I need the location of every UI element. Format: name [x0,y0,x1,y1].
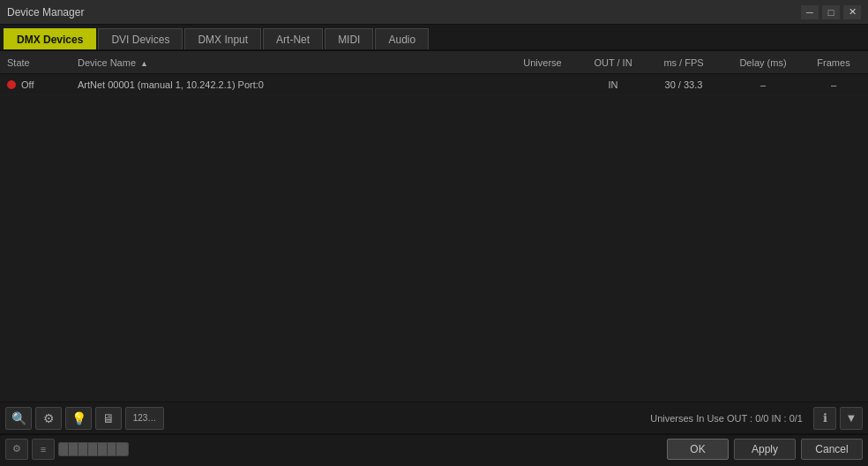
progress-bar [58,442,129,456]
device-table-area: State Device Name ▲ Universe OUT / IN ms… [0,51,868,402]
progress-segment-5 [98,443,108,455]
close-button[interactable]: ✕ [843,5,861,19]
monitor-button[interactable]: 🖥 [95,407,122,430]
progress-segment-2 [69,443,79,455]
th-state: State [4,57,74,68]
th-frames: Frames [803,57,864,68]
status-icon-1[interactable]: ⚙ [5,439,28,460]
progress-segment-3 [79,443,88,455]
tab-dmx-input[interactable]: DMX Input [184,28,261,49]
tab-dvi-devices[interactable]: DVI Devices [98,28,183,49]
light-button[interactable]: 💡 [65,407,92,430]
ok-button[interactable]: OK [667,439,729,460]
sort-arrow-icon: ▲ [140,59,148,68]
tab-audio[interactable]: Audio [375,28,429,49]
numbers-icon: 123… [133,413,157,423]
progress-segment-4 [88,443,98,455]
th-device-name: Device Name ▲ [74,57,503,68]
filter-button[interactable]: ▼ [840,407,863,430]
status-icon-2[interactable]: ≡ [32,439,55,460]
td-frames: – [803,79,864,90]
td-outin: IN [582,79,644,90]
tab-bar: DMX Devices DVI Devices DMX Input Art-Ne… [0,25,868,51]
info-icon: ℹ [823,411,827,425]
table-header: State Device Name ▲ Universe OUT / IN ms… [0,51,868,74]
status-icons: ⚙ ≡ [5,439,129,460]
status-icon-1-symbol: ⚙ [12,443,21,455]
th-outin: OUT / IN [582,57,644,68]
status-bar: ⚙ ≡ OK Apply Cancel [0,434,868,462]
tab-art-net[interactable]: Art-Net [263,28,323,49]
tab-midi[interactable]: MIDI [325,28,373,49]
table-row[interactable]: Off ArtNet 00001 (manual 1, 10.242.2.1) … [0,74,868,95]
td-fps: 30 / 33.3 [644,79,723,90]
search-icon: 🔍 [11,411,26,425]
cancel-button[interactable]: Cancel [801,439,863,460]
maximize-button[interactable]: □ [822,5,840,19]
minimize-button[interactable]: ─ [801,5,819,19]
title-bar-controls: ─ □ ✕ [801,5,861,19]
monitor-icon: 🖥 [102,411,115,425]
status-icon-2-symbol: ≡ [41,444,46,455]
title-bar-title: Device Manager [7,6,84,19]
th-universe: Universe [503,57,582,68]
title-bar: Device Manager ─ □ ✕ [0,0,868,25]
td-device-name: ArtNet 00001 (manual 1, 10.242.2.1) Port… [74,79,503,90]
progress-segment-1 [59,443,69,455]
td-state: Off [4,79,74,90]
status-indicator-red [7,80,16,89]
universes-info: Universes In Use OUT : 0/0 IN : 0/1 [650,413,810,424]
dialog-buttons: OK Apply Cancel [667,439,863,460]
td-delay: – [723,79,803,90]
light-icon: 💡 [71,411,86,425]
apply-button[interactable]: Apply [734,439,796,460]
numbers-button[interactable]: 123… [125,407,164,430]
th-delay: Delay (ms) [723,57,803,68]
bottom-toolbar: 🔍 ⚙ 💡 🖥 123… Universes In Use OUT : 0/0 … [0,402,868,434]
th-fps: ms / FPS [644,57,723,68]
progress-segment-6 [108,443,117,455]
gear-icon: ⚙ [43,411,55,425]
filter-icon: ▼ [846,411,857,425]
progress-segment-7 [116,443,127,455]
tab-dmx-devices[interactable]: DMX Devices [4,28,96,49]
settings-button[interactable]: ⚙ [35,407,62,430]
info-button[interactable]: ℹ [813,407,836,430]
search-button[interactable]: 🔍 [5,407,32,430]
